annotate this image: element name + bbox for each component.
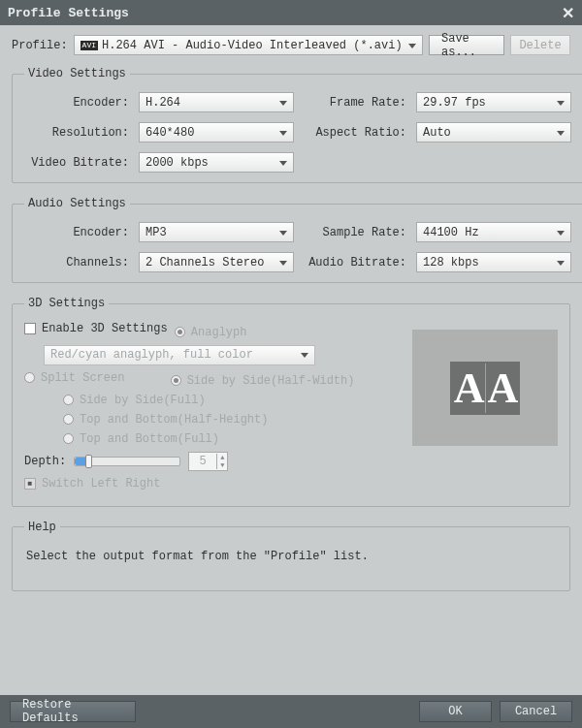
sample-rate-dropdown[interactable]: 44100 Hz [416,222,571,242]
help-legend: Help [24,521,60,534]
3d-settings-group: 3D Settings Enable 3D Settings Anaglyph … [12,297,570,507]
aspect-ratio-dropdown[interactable]: Auto [416,122,571,142]
chevron-down-icon: ▼ [217,461,227,469]
radio-icon [24,372,35,383]
audio-encoder-dropdown[interactable]: MP3 [139,222,294,242]
video-settings-group: Video Settings Encoder: H.264 Frame Rate… [12,67,582,183]
checkbox-icon [24,323,36,334]
close-icon[interactable]: ✕ [562,4,574,22]
restore-defaults-button[interactable]: Restore Defaults [10,701,136,722]
profile-label: Profile: [12,39,68,52]
profile-row: Profile: AVI H.264 AVI - Audio-Video Int… [12,35,570,55]
audio-bitrate-dropdown[interactable]: 128 kbps [416,252,571,272]
cancel-button[interactable]: Cancel [500,701,572,722]
video-encoder-label: Encoder: [24,96,131,110]
ok-button[interactable]: OK [419,701,492,722]
radio-icon [175,327,185,337]
tb-half-radio: Top and Bottom(Half-Height) [63,413,268,427]
resolution-dropdown[interactable]: 640*480 [139,122,294,142]
3d-preview: AA [412,330,558,446]
profile-value: H.264 AVI - Audio-Video Interleaved (*.a… [102,39,403,52]
resolution-label: Resolution: [24,126,131,140]
tb-full-radio: Top and Bottom(Full) [63,432,219,446]
enable-3d-checkbox[interactable]: Enable 3D Settings [24,322,168,335]
audio-legend: Audio Settings [24,197,130,210]
profile-dropdown[interactable]: AVI H.264 AVI - Audio-Video Interleaved … [74,35,423,55]
anaglyph-mode-dropdown: Red/cyan anaglyph, full color [44,345,315,365]
audio-encoder-label: Encoder: [24,226,131,239]
sbs-full-radio: Side by Side(Full) [63,394,206,407]
radio-icon [171,375,181,386]
video-bitrate-dropdown[interactable]: 2000 kbps [139,152,294,173]
sample-rate-label: Sample Rate: [302,226,408,239]
radio-icon [63,414,74,425]
footer: Restore Defaults OK Cancel [0,695,582,728]
radio-icon [63,433,74,444]
sbs-half-radio: Side by Side(Half-Width) [171,374,355,388]
audio-bitrate-label: Audio Bitrate: [302,256,408,269]
channels-label: Channels: [24,256,131,269]
frame-rate-label: Frame Rate: [302,96,408,110]
video-encoder-dropdown[interactable]: H.264 [139,92,294,112]
window-title: Profile Settings [8,6,129,20]
video-legend: Video Settings [24,67,130,80]
depth-label: Depth: [24,455,66,468]
audio-settings-group: Audio Settings Encoder: MP3 Sample Rate:… [12,197,582,283]
video-bitrate-label: Video Bitrate: [24,156,131,170]
anaglyph-radio: Anaglyph [175,326,247,339]
save-as-button[interactable]: Save as... [429,35,504,55]
depth-slider [74,457,180,466]
radio-icon [63,395,74,405]
3d-legend: 3D Settings [24,297,109,310]
checkbox-icon [24,478,36,490]
titlebar: Profile Settings ✕ [0,0,582,25]
channels-dropdown[interactable]: 2 Channels Stereo [139,252,294,272]
aspect-ratio-label: Aspect Ratio: [302,126,408,140]
chevron-up-icon: ▲ [217,454,227,461]
switch-lr-checkbox: Switch Left Right [24,477,160,491]
help-group: Help Select the output format from the "… [12,521,570,591]
avi-icon: AVI [81,41,98,50]
depth-spinner: 5 ▲▼ [188,452,228,471]
delete-button: Delete [510,35,570,55]
help-text: Select the output format from the "Profi… [24,546,558,581]
frame-rate-dropdown[interactable]: 29.97 fps [416,92,571,112]
split-screen-radio: Split Screen [24,371,124,385]
